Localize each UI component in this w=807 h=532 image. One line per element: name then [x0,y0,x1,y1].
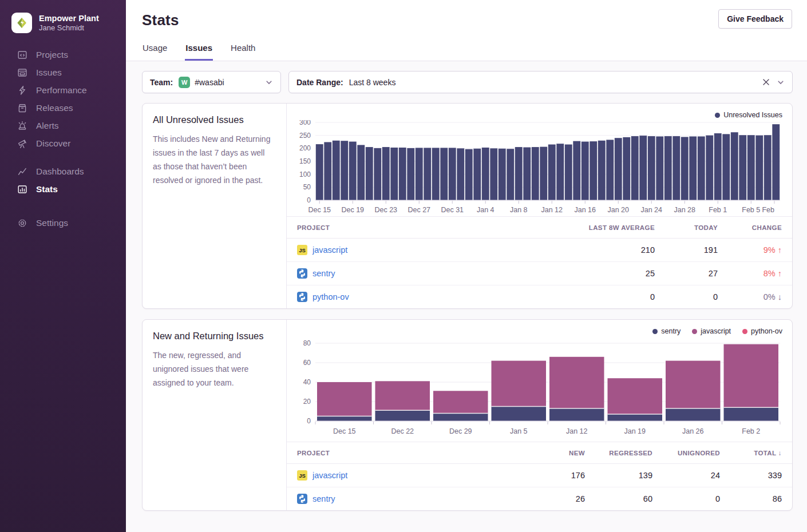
sidebar-item-discover[interactable]: Discover [0,134,126,152]
svg-text:Jan 12: Jan 12 [541,206,563,214]
table-row: sentry2660086 [287,487,792,511]
table-row: JSjavascript17613924339 [287,464,792,487]
table-value: 0 [562,285,665,309]
column-header-project[interactable]: PROJECT [287,442,535,464]
svg-text:300: 300 [299,120,311,126]
unresolved-issues-chart[interactable]: 050100150200250300Dec 15Dec 19Dec 23Dec … [290,120,788,215]
org-switcher[interactable]: Empower Plant Jane Schmidt [0,0,126,33]
main-area: Stats Give Feedback UsageIssuesHealth Te… [126,0,807,532]
stats-icon [17,184,27,194]
project-link[interactable]: sentry [312,269,335,278]
javascript-platform-icon: JS [297,245,307,255]
alerts-icon [17,121,27,131]
app-root: Empower Plant Jane Schmidt ProjectsIssue… [0,0,807,532]
nav-section: ProjectsIssuesPerformanceReleasesAlertsD… [0,46,126,152]
sidebar-item-label: Discover [36,138,70,149]
chevron-down-icon [265,78,273,86]
team-filter[interactable]: Team: W #wasabi [142,71,281,93]
svg-text:40: 40 [303,378,311,386]
column-header-today[interactable]: TODAY [665,217,728,239]
tab-usage[interactable]: Usage [142,43,168,61]
new-returning-issues-chart[interactable]: 020406080Dec 15Dec 22Dec 29Jan 5Jan 12Ja… [290,336,788,440]
legend-item-python-ov[interactable]: python-ov [742,327,782,335]
svg-text:Dec 15: Dec 15 [308,206,331,214]
table-value: 339 [730,464,792,487]
sidebar-item-alerts[interactable]: Alerts [0,117,126,134]
svg-text:50: 50 [303,183,311,191]
page-header: Stats Give Feedback UsageIssuesHealth [126,0,807,61]
sidebar-item-releases[interactable]: Releases [0,99,126,117]
sidebar-item-settings[interactable]: Settings [0,214,126,232]
column-header-unignored[interactable]: UNIGNORED [663,442,730,464]
give-feedback-button[interactable]: Give Feedback [718,9,792,29]
sidebar-item-dashboards[interactable]: Dashboards [0,162,126,180]
column-header-project[interactable]: PROJECT [287,217,562,239]
svg-text:Jan 28: Jan 28 [674,206,695,214]
org-names: Empower Plant Jane Schmidt [39,13,99,33]
sidebar-item-projects[interactable]: Projects [0,46,126,63]
nav-section: DashboardsStats [0,162,126,198]
tab-issues[interactable]: Issues [185,43,213,61]
table-header-row: PROJECTLAST 8W AVERAGETODAYCHANGE [287,217,792,239]
column-header-last-8w-average[interactable]: LAST 8W AVERAGE [562,217,665,239]
tabs: UsageIssuesHealth [142,43,792,61]
sidebar: Empower Plant Jane Schmidt ProjectsIssue… [0,0,126,532]
sidebar-item-label: Settings [36,218,68,228]
panel-description: This includes New and Returning issues i… [153,132,275,187]
project-link[interactable]: javascript [312,471,347,480]
legend-dot-icon [742,329,747,334]
date-range-filter[interactable]: Date Range: Last 8 weeks [288,71,793,93]
chart-legend: Unresolved Issues [287,104,792,120]
svg-text:Dec 27: Dec 27 [408,206,430,214]
empower-plant-gem-icon [15,17,28,29]
svg-text:Dec 22: Dec 22 [391,427,414,435]
project-link[interactable]: javascript [312,245,347,255]
change-value: 0% ↓ [728,285,792,309]
table-value: 139 [595,464,663,487]
legend-label: sentry [661,327,681,335]
column-header-total[interactable]: TOTAL ↓ [730,442,792,464]
team-avatar: W [179,77,190,88]
svg-text:100: 100 [299,170,311,178]
svg-text:80: 80 [303,339,311,347]
javascript-platform-icon: JS [297,470,307,481]
tab-health[interactable]: Health [230,43,256,61]
project-link[interactable]: python-ov [312,292,349,301]
clear-filter-icon[interactable] [762,78,770,86]
legend-item-sentry[interactable]: sentry [652,327,681,335]
project-link[interactable]: sentry [312,494,335,503]
svg-text:Dec 19: Dec 19 [341,206,364,214]
panel-info: All Unresolved Issues This includes New … [143,104,287,308]
svg-text:60: 60 [303,359,311,367]
change-value: 9% ↑ [728,239,792,262]
svg-text:Dec 29: Dec 29 [449,427,472,435]
org-logo [11,13,32,33]
sidebar-item-label: Releases [36,103,73,113]
sidebar-item-label: Performance [36,85,87,96]
svg-text:Jan 26: Jan 26 [682,427,704,435]
sidebar-nav: ProjectsIssuesPerformanceReleasesAlertsD… [0,46,126,232]
column-header-new[interactable]: NEW [535,442,595,464]
table-row: sentry25278% ↑ [287,262,792,285]
sidebar-item-issues[interactable]: Issues [0,63,126,81]
legend-dot-icon [652,329,658,334]
team-filter-value: #wasabi [195,78,224,87]
chevron-down-icon [777,78,785,86]
projects-icon [17,50,27,60]
org-name: Empower Plant [39,13,99,23]
date-range-value: Last 8 weeks [349,78,396,87]
column-header-change[interactable]: CHANGE [728,217,792,239]
page-content: Team: W #wasabi Date Range: Last 8 weeks [126,61,807,532]
python-platform-icon [297,292,307,302]
settings-icon [17,218,27,228]
panel-info: New and Returning Issues The new, regres… [143,320,287,510]
column-header-regressed[interactable]: REGRESSED [595,442,663,464]
new-returning-issues-table: PROJECTNEWREGRESSEDUNIGNOREDTOTAL ↓JSjav… [287,442,792,510]
table-value: 60 [595,487,663,511]
legend-item-unresolved-issues[interactable]: Unresolved Issues [715,111,782,119]
legend-item-javascript[interactable]: javascript [692,327,731,335]
table-value: 0 [663,487,730,511]
page-title: Stats [142,11,792,29]
sidebar-item-stats[interactable]: Stats [0,180,126,198]
sidebar-item-performance[interactable]: Performance [0,81,126,99]
